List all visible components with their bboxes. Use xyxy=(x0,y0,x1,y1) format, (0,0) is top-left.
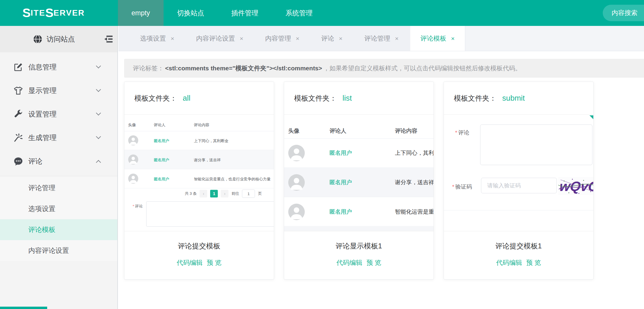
card-footer: 评论提交模板1 代码编辑 预 览 xyxy=(444,231,593,279)
template-card-submit: 模板文件夹： submit *评论 *验证码 wQvC xyxy=(444,82,594,280)
sidebar-item-label: 信息管理 xyxy=(28,62,57,72)
col-header-user: 评论人 xyxy=(330,127,346,135)
chevron-down-icon xyxy=(96,64,101,69)
template-cards: 模板文件夹： all 头像 评论人 评论内容 匿名用户 上下同心，其利断金 匿名… xyxy=(124,82,644,280)
captcha-input[interactable] xyxy=(481,178,557,193)
sidebar-item-settings-management[interactable]: 设置管理 xyxy=(0,102,117,126)
visit-site-link[interactable]: 访问站点 xyxy=(47,34,75,44)
close-icon[interactable]: × xyxy=(171,35,174,42)
close-icon[interactable]: × xyxy=(240,35,243,42)
sidebar-subitem-comment-templates[interactable]: 评论模板 xyxy=(0,219,117,240)
avatar xyxy=(288,204,305,220)
col-header-avatar: 头像 xyxy=(128,122,136,128)
sidebar-header: 访问站点 xyxy=(0,26,117,52)
sidebar-item-generate-management[interactable]: 生成管理 xyxy=(0,126,117,149)
next-page-button[interactable]: › xyxy=(221,190,228,197)
top-nav-empty[interactable]: empty xyxy=(118,0,164,26)
close-icon[interactable]: × xyxy=(296,35,299,42)
current-page-button[interactable]: 1 xyxy=(210,190,218,197)
sidebar-menu: 信息管理 显示管理 设置管理 生成管理 xyxy=(0,52,117,173)
preview-link[interactable]: 预 览 xyxy=(526,258,541,267)
chevron-down-icon xyxy=(96,111,101,116)
sidebar-subitem-option-settings[interactable]: 选项设置 xyxy=(0,198,117,219)
comment-text: 谢分享，送吉祥 xyxy=(395,179,434,186)
sidebar-subitem-comment-management[interactable]: 评论管理 xyxy=(0,177,117,198)
tab-bar-filler xyxy=(466,26,644,51)
preview-link[interactable]: 预 览 xyxy=(207,258,221,267)
template-title: 评论显示模板1 xyxy=(284,241,434,251)
edit-square-icon xyxy=(14,62,23,72)
comment-user: 匿名用户 xyxy=(330,208,352,216)
close-icon[interactable]: × xyxy=(451,35,454,42)
avatar xyxy=(288,145,305,161)
template-preview-all: 头像 评论人 评论内容 匿名用户 上下同心，其利断金 匿名用户 谢分享，送吉祥 … xyxy=(124,115,274,231)
tab-comment-management[interactable]: 评论管理× xyxy=(354,26,409,51)
template-card-list: 模板文件夹： list 头像 评论人 评论内容 匿名用户 上下同心，其利断金 匿… xyxy=(284,82,434,280)
app-logo[interactable]: SITESERVER xyxy=(0,0,118,26)
corner-marker xyxy=(589,115,593,119)
content-search-button[interactable]: 内容搜索 xyxy=(603,5,644,21)
preview-link[interactable]: 预 览 xyxy=(366,258,381,267)
goto-page-input[interactable] xyxy=(242,190,255,198)
comment-user: 匿名用户 xyxy=(154,177,169,182)
comment-text: 谢分享，送吉祥 xyxy=(194,157,221,163)
tab-comment-templates[interactable]: 评论模板× xyxy=(410,26,465,51)
card-footer: 评论提交模板 代码编辑 预 览 xyxy=(124,231,274,279)
tab-bar: 选项设置× 内容评论设置× 内容管理× 评论× 评论管理× 评论模板× xyxy=(118,26,644,51)
card-header: 模板文件夹： submit xyxy=(444,82,593,115)
sidebar-item-label: 生成管理 xyxy=(28,133,57,142)
top-nav-system-management[interactable]: 系统管理 xyxy=(272,0,326,26)
sidebar-item-comments[interactable]: 评论 xyxy=(0,149,117,173)
comment-field-label: *评论 xyxy=(133,204,143,209)
col-header-avatar: 头像 xyxy=(288,127,299,135)
comment-field-label: *评论 xyxy=(455,129,469,137)
main-area: 选项设置× 内容评论设置× 内容管理× 评论× 评论管理× 评论模板× 评论标签… xyxy=(118,26,644,309)
folder-name: all xyxy=(183,94,190,103)
tab-comments[interactable]: 评论× xyxy=(311,26,353,51)
code-edit-link[interactable]: 代码编辑 xyxy=(496,258,522,267)
template-title: 评论提交模板1 xyxy=(444,241,593,251)
globe-icon xyxy=(33,34,42,44)
table-row: 匿名用户 上下同心，其利断金 xyxy=(124,131,274,150)
sidebar-subitem-content-comment-settings[interactable]: 内容评论设置 xyxy=(0,240,117,261)
stl-tag-code: <stl:comments theme="模板文件夹"></stl:commen… xyxy=(165,64,322,72)
content-search-label: 内容搜索 xyxy=(612,9,638,17)
top-nav-plugin-management[interactable]: 插件管理 xyxy=(218,0,272,26)
pagination: 共 3 条 ‹ 1 › 前往 页 xyxy=(185,189,262,198)
info-prefix: 评论标签： xyxy=(133,64,164,72)
col-header-user: 评论人 xyxy=(154,122,165,128)
sidebar-item-info-management[interactable]: 信息管理 xyxy=(0,55,117,79)
logo-text: S xyxy=(22,6,31,20)
captcha-image[interactable]: wQvC xyxy=(558,177,593,195)
card-header: 模板文件夹： all xyxy=(124,82,274,115)
sidebar: 访问站点 信息管理 显示管理 设置管理 xyxy=(0,26,118,309)
code-edit-link[interactable]: 代码编辑 xyxy=(177,258,202,267)
tab-content-comment-settings[interactable]: 内容评论设置× xyxy=(186,26,253,51)
tab-option-settings[interactable]: 选项设置× xyxy=(130,26,184,51)
folder-label: 模板文件夹： xyxy=(454,94,496,103)
top-nav-switch-site[interactable]: 切换站点 xyxy=(164,0,218,26)
info-suffix: ，如果希望自定义模板样式，可以点击代码编辑按钮然后修改模板代码。 xyxy=(323,64,521,72)
prev-page-button[interactable]: ‹ xyxy=(200,190,207,197)
sidebar-item-label: 设置管理 xyxy=(28,109,57,119)
tab-content-management[interactable]: 内容管理× xyxy=(255,26,309,51)
close-icon[interactable]: × xyxy=(339,35,342,42)
page-unit-label: 页 xyxy=(258,191,262,196)
card-footer: 评论显示模板1 代码编辑 预 览 xyxy=(284,231,434,279)
comment-textarea[interactable] xyxy=(480,124,592,165)
col-header-content: 评论内容 xyxy=(395,127,417,135)
magic-wand-icon xyxy=(14,133,23,142)
tshirt-icon xyxy=(14,86,23,95)
code-edit-link[interactable]: 代码编辑 xyxy=(336,258,362,267)
sidebar-item-display-management[interactable]: 显示管理 xyxy=(0,79,117,102)
pagination-strip xyxy=(284,226,434,231)
close-icon[interactable]: × xyxy=(395,35,398,42)
chevron-down-icon xyxy=(96,134,101,139)
required-mark: * xyxy=(133,204,134,208)
comment-textarea[interactable] xyxy=(146,201,274,227)
comment-user: 匿名用户 xyxy=(330,179,352,186)
collapse-menu-icon[interactable] xyxy=(104,35,113,43)
sidebar-item-label: 显示管理 xyxy=(28,86,57,95)
folder-name: list xyxy=(342,94,352,103)
wrench-icon xyxy=(14,109,23,119)
